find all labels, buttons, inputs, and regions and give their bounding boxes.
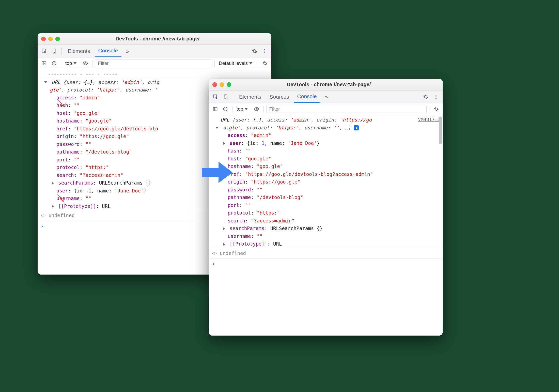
prop-origin[interactable]: origin: "https://goo.gle" bbox=[209, 178, 443, 186]
context-label: top bbox=[65, 61, 72, 66]
tab-bar: Elements Console » bbox=[38, 45, 271, 57]
prop-username[interactable]: username: "" bbox=[209, 232, 443, 240]
chevron-down-icon bbox=[73, 62, 76, 64]
clear-icon[interactable] bbox=[221, 105, 230, 113]
minimize-icon[interactable] bbox=[220, 82, 224, 87]
tab-overflow[interactable]: » bbox=[321, 91, 332, 103]
svg-rect-17 bbox=[213, 107, 217, 111]
gear-icon[interactable] bbox=[421, 92, 430, 101]
window-title: DevTools - chrome://new-tab-page/ bbox=[234, 82, 439, 87]
zoom-icon[interactable] bbox=[55, 37, 60, 41]
traffic-lights bbox=[212, 82, 231, 87]
tab-elements[interactable]: Elements bbox=[236, 91, 265, 103]
result-indicator-icon: <· bbox=[41, 212, 46, 219]
prop-href[interactable]: href: "https://goo.gle/devtools-blog?acc… bbox=[209, 170, 443, 178]
context-selector[interactable]: top bbox=[64, 61, 80, 66]
annotation-arrow-icon bbox=[55, 192, 66, 203]
result-indicator-icon: <· bbox=[212, 250, 218, 257]
tab-bar: Elements Sources Console » bbox=[209, 91, 443, 103]
svg-point-15 bbox=[436, 96, 437, 97]
svg-line-9 bbox=[53, 62, 55, 65]
chevron-right-icon bbox=[223, 142, 225, 145]
truncated-line: ---------- - --- - ----- bbox=[38, 70, 271, 78]
levels-label: Default levels bbox=[219, 61, 248, 66]
devtools-window-right: DevTools - chrome://new-tab-page/ Elemen… bbox=[209, 79, 443, 336]
kebab-icon[interactable] bbox=[431, 92, 441, 101]
svg-line-20 bbox=[224, 108, 227, 110]
zoom-icon[interactable] bbox=[227, 82, 231, 87]
tab-console[interactable]: Console bbox=[95, 45, 121, 57]
prop-password[interactable]: password: "" bbox=[209, 186, 443, 194]
kebab-icon[interactable] bbox=[260, 47, 269, 56]
context-selector[interactable]: top bbox=[235, 106, 251, 112]
eye-icon[interactable] bbox=[252, 105, 261, 113]
console-body[interactable]: VM4817:1 URL {user: {…}, access: 'admin'… bbox=[209, 115, 443, 336]
titlebar[interactable]: DevTools - chrome://new-tab-page/ bbox=[38, 33, 271, 45]
console-prompt[interactable]: › bbox=[209, 258, 443, 270]
svg-point-3 bbox=[264, 49, 265, 50]
sidebar-toggle-icon[interactable] bbox=[211, 105, 220, 113]
prop-port[interactable]: port: "" bbox=[209, 201, 443, 209]
prop-search[interactable]: search: "?access=admin" bbox=[209, 217, 443, 225]
chevron-right-icon bbox=[223, 243, 225, 246]
context-label: top bbox=[237, 106, 243, 112]
svg-point-5 bbox=[264, 52, 265, 53]
chevron-right-icon bbox=[223, 227, 225, 230]
object-summary-line2[interactable]: o.gle', protocol: 'https:', username: ''… bbox=[209, 124, 443, 132]
svg-point-4 bbox=[264, 51, 265, 52]
prop-pathname[interactable]: pathname: "/devtools-blog" bbox=[209, 193, 443, 201]
annotation-arrow-icon bbox=[55, 97, 66, 108]
filter-bar: top Default levels bbox=[38, 57, 271, 69]
levels-selector[interactable]: Default levels bbox=[217, 61, 255, 66]
inspect-icon[interactable] bbox=[40, 47, 49, 56]
filter-bar: top bbox=[209, 103, 443, 115]
device-icon[interactable] bbox=[221, 92, 230, 101]
minimize-icon[interactable] bbox=[48, 37, 53, 41]
traffic-lights bbox=[41, 37, 60, 41]
prop-hash[interactable]: hash: "" bbox=[209, 147, 443, 155]
gear-icon[interactable] bbox=[250, 47, 259, 56]
tab-overflow[interactable]: » bbox=[122, 45, 133, 57]
prop-user[interactable]: user: {id: 1, name: 'Jane Doe'} bbox=[209, 139, 443, 147]
prop-prototype[interactable]: [[Prototype]]: URL bbox=[209, 240, 443, 248]
prop-host[interactable]: host: "goo.gle" bbox=[209, 155, 443, 163]
tab-elements[interactable]: Elements bbox=[64, 45, 94, 57]
svg-point-10 bbox=[85, 63, 86, 64]
svg-point-21 bbox=[256, 108, 258, 110]
separator bbox=[233, 93, 233, 100]
chevron-down-icon bbox=[215, 127, 219, 129]
titlebar[interactable]: DevTools - chrome://new-tab-page/ bbox=[209, 79, 443, 91]
eye-icon[interactable] bbox=[81, 59, 90, 68]
prop-protocol[interactable]: protocol: "https:" bbox=[209, 209, 443, 217]
chevron-right-icon bbox=[52, 182, 54, 185]
transition-arrow-icon bbox=[201, 160, 234, 185]
settings-gear-icon[interactable] bbox=[432, 105, 441, 113]
chevron-right-icon bbox=[52, 205, 54, 208]
svg-point-16 bbox=[436, 98, 437, 99]
object-summary[interactable]: URL {user: {…}, access: 'admin', origin:… bbox=[209, 116, 443, 124]
chevron-down-icon bbox=[249, 62, 252, 64]
separator bbox=[61, 48, 62, 55]
tab-sources[interactable]: Sources bbox=[266, 91, 293, 103]
svg-point-14 bbox=[436, 95, 437, 96]
svg-rect-6 bbox=[42, 62, 46, 65]
filter-input[interactable] bbox=[266, 105, 427, 113]
close-icon[interactable] bbox=[212, 82, 217, 87]
result-undefined: <· undefined bbox=[209, 248, 443, 259]
chevron-down-icon bbox=[44, 81, 47, 83]
filter-input[interactable] bbox=[95, 59, 212, 67]
info-badge-icon[interactable]: i bbox=[354, 125, 359, 130]
chevron-down-icon bbox=[245, 108, 248, 110]
prop-hostname[interactable]: hostname: "goo.gle" bbox=[209, 162, 443, 170]
device-icon[interactable] bbox=[50, 47, 59, 56]
window-title: DevTools - chrome://new-tab-page/ bbox=[63, 36, 268, 42]
tab-console[interactable]: Console bbox=[294, 91, 320, 103]
close-icon[interactable] bbox=[41, 37, 46, 41]
settings-gear-icon[interactable] bbox=[261, 59, 269, 68]
prop-access[interactable]: access: "admin" bbox=[209, 131, 443, 139]
inspect-icon[interactable] bbox=[211, 92, 220, 101]
clear-icon[interactable] bbox=[50, 59, 58, 68]
scrollbar[interactable] bbox=[439, 116, 442, 144]
sidebar-toggle-icon[interactable] bbox=[40, 59, 48, 68]
prop-searchparams[interactable]: searchParams: URLSearchParams {} bbox=[209, 224, 443, 232]
